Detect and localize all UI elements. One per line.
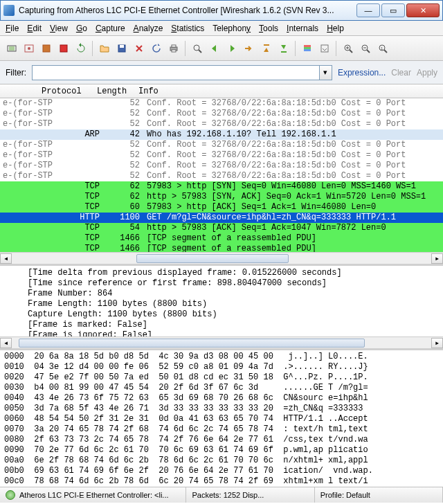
- go-first-icon[interactable]: [259, 41, 274, 56]
- svg-rect-13: [172, 45, 176, 47]
- interfaces-icon[interactable]: [4, 41, 19, 56]
- menu-help[interactable]: Help: [327, 24, 344, 33]
- filter-expression-link[interactable]: Expression...: [338, 68, 386, 78]
- table-row[interactable]: e-(for-STP52Conf. Root = 32768/0/22:6a:8…: [0, 119, 443, 129]
- close-file-icon[interactable]: [132, 41, 147, 56]
- menu-statistics[interactable]: Statistics: [171, 24, 204, 33]
- capture-status-icon: [6, 490, 15, 500]
- table-row[interactable]: e-(for-STP52Conf. Root = 32768/0/22:6a:8…: [0, 171, 443, 181]
- print-icon[interactable]: [166, 41, 181, 56]
- column-length[interactable]: Length: [97, 87, 138, 96]
- maximize-button[interactable]: ▭: [381, 3, 405, 17]
- packet-bytes-pane[interactable]: 0000 20 6a 8a 18 5d b0 d8 5d 4c 30 9a d3…: [0, 350, 443, 487]
- svg-text:1: 1: [381, 46, 383, 51]
- detail-line[interactable]: [Time since reference or first frame: 89…: [28, 278, 432, 289]
- svg-rect-9: [120, 45, 124, 48]
- table-row[interactable]: TCP54http > 57983 [ACK] Seq=1 Ack=1047 W…: [0, 223, 443, 233]
- detail-line[interactable]: [Frame is marked: False]: [28, 320, 432, 330]
- column-info[interactable]: Info: [138, 87, 443, 96]
- table-row[interactable]: TCP1466[TCP segment of a reassembled PDU…: [0, 244, 443, 252]
- menu-tools[interactable]: Tools: [259, 24, 278, 33]
- start-capture-icon[interactable]: [39, 41, 54, 56]
- save-file-icon[interactable]: [114, 41, 129, 56]
- detail-line[interactable]: [Time delta from previous displayed fram…: [28, 268, 432, 278]
- go-forward-icon[interactable]: [224, 41, 239, 56]
- options-icon[interactable]: [21, 41, 37, 56]
- filter-apply-link[interactable]: Apply: [417, 68, 437, 78]
- packet-list-pane: Protocol Length Info e-(for-STP52Conf. R…: [0, 84, 443, 266]
- go-back-icon[interactable]: [207, 41, 222, 56]
- menu-file[interactable]: FFileile: [6, 24, 19, 33]
- menu-edit[interactable]: Edit: [27, 24, 42, 33]
- status-interface: Atheros L1C PCI-E Ethernet Controller: <…: [19, 491, 169, 499]
- table-row[interactable]: e-(for-STP52Conf. Root = 32768/0/22:6a:8…: [0, 109, 443, 119]
- scroll-left-icon[interactable]: ◂: [0, 253, 12, 264]
- status-bar: Atheros L1C PCI-E Ethernet Controller: <…: [0, 487, 443, 503]
- packet-hscroll[interactable]: ◂ ▸: [0, 252, 443, 264]
- find-icon[interactable]: [190, 41, 205, 56]
- table-row[interactable]: HTTP1100GET /m?gl=CN&source=ihp&hl=zh_CN…: [0, 213, 443, 223]
- svg-point-5: [28, 47, 30, 50]
- window-title: Capturing from Atheros L1C PCI-E Etherne…: [19, 6, 356, 15]
- table-row[interactable]: e-(for-STP52Conf. Root = 32768/0/22:6a:8…: [0, 98, 443, 109]
- detail-line[interactable]: Frame Length: 1100 bytes (8800 bits): [28, 299, 432, 309]
- details-hscroll[interactable]: ◂ ▸: [0, 336, 443, 348]
- status-packets: Packets: 1252 Disp...: [192, 491, 264, 499]
- packet-list-header: Protocol Length Info: [0, 84, 443, 98]
- menu-go[interactable]: Go: [76, 24, 87, 33]
- packet-details-pane: [Time delta from previous displayed fram…: [0, 266, 443, 350]
- table-row[interactable]: TCP6057983 > http [ACK] Seq=1 Ack=1 Win=…: [0, 202, 443, 213]
- svg-rect-19: [304, 45, 311, 47]
- table-row[interactable]: TCP62http > 57983 [SYN, ACK] Seq=0 Ack=1…: [0, 192, 443, 202]
- close-button[interactable]: ✕: [406, 3, 440, 17]
- svg-line-24: [350, 50, 352, 53]
- menu-analyze[interactable]: Analyze: [134, 24, 163, 33]
- menu-telephony[interactable]: Telephony: [213, 24, 251, 33]
- restart-capture-icon[interactable]: [73, 41, 89, 56]
- detail-line[interactable]: Capture Length: 1100 bytes (8800 bits): [28, 309, 432, 320]
- scroll-thumb[interactable]: [136, 254, 289, 263]
- status-profile: Profile: Default: [320, 491, 370, 499]
- minimize-button[interactable]: —: [356, 3, 380, 17]
- autoscroll-icon[interactable]: [317, 41, 332, 56]
- zoom-in-icon[interactable]: [341, 41, 356, 56]
- svg-line-31: [384, 50, 387, 53]
- table-row[interactable]: e-(for-STP52Conf. Root = 32768/0/22:6a:8…: [0, 150, 443, 161]
- scroll-right-icon[interactable]: ▸: [431, 338, 443, 348]
- scroll-left-icon[interactable]: ◂: [0, 338, 12, 348]
- svg-line-28: [367, 50, 370, 53]
- packet-list[interactable]: e-(for-STP52Conf. Root = 32768/0/22:6a:8…: [0, 98, 443, 252]
- detail-line[interactable]: Frame Number: 864: [28, 289, 432, 299]
- menu-internals[interactable]: Internals: [287, 24, 318, 33]
- reload-icon[interactable]: [149, 41, 164, 56]
- table-row[interactable]: e-(for-STP52Conf. Root = 32768/0/22:6a:8…: [0, 161, 443, 171]
- table-row[interactable]: TCP1466[TCP segment of a reassembled PDU…: [0, 233, 443, 244]
- zoom-out-icon[interactable]: [358, 41, 373, 56]
- menu-bar: FFileile Edit View Go Capture Analyze St…: [0, 21, 443, 36]
- filter-dropdown-button[interactable]: ▾: [320, 65, 332, 80]
- menu-capture[interactable]: Capture: [96, 24, 125, 33]
- title-bar: Capturing from Atheros L1C PCI-E Etherne…: [0, 0, 443, 21]
- svg-rect-7: [60, 45, 67, 52]
- scroll-thumb[interactable]: [19, 339, 365, 348]
- zoom-normal-icon[interactable]: 1: [375, 41, 390, 56]
- filter-clear-link[interactable]: Clear: [391, 68, 411, 78]
- go-last-icon[interactable]: [276, 41, 291, 56]
- column-protocol[interactable]: Protocol: [42, 87, 97, 96]
- scroll-right-icon[interactable]: ▸: [431, 253, 443, 264]
- table-row[interactable]: e-(for-STP52Conf. Root = 32768/0/22:6a:8…: [0, 140, 443, 150]
- open-file-icon[interactable]: [97, 41, 112, 56]
- filter-bar: Filter: ▾ Expression... Clear Apply: [0, 61, 443, 84]
- menu-view[interactable]: View: [50, 24, 68, 33]
- main-toolbar: 1: [0, 36, 443, 61]
- go-to-icon[interactable]: [242, 41, 257, 56]
- table-row[interactable]: TCP6257983 > http [SYN] Seq=0 Win=46080 …: [0, 181, 443, 192]
- svg-rect-20: [304, 47, 311, 49]
- packet-details-list[interactable]: [Time delta from previous displayed fram…: [0, 266, 443, 336]
- detail-line[interactable]: [Frame is ignored: False]: [28, 330, 432, 336]
- filter-label: Filter:: [6, 68, 26, 78]
- colorize-icon[interactable]: [300, 41, 315, 56]
- filter-input[interactable]: [32, 65, 320, 80]
- table-row[interactable]: ARP42Who has 192.168.1.10? Tell 192.168.…: [0, 129, 443, 140]
- stop-capture-icon[interactable]: [56, 41, 71, 56]
